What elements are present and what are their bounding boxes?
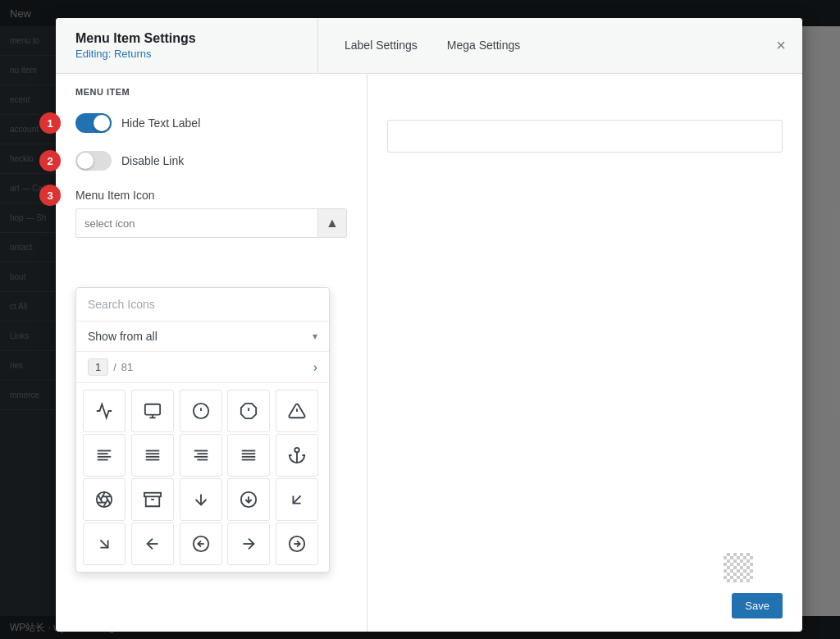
modal-tabs: Label Settings Mega Settings (318, 18, 760, 73)
icon-cell-archive[interactable] (131, 478, 174, 521)
icon-cell-activity[interactable] (83, 390, 126, 432)
hide-text-label-row: 1 Hide Text Label (75, 113, 347, 133)
icon-page-total: 81 (121, 361, 133, 373)
icon-field-label-row: 3 Menu Item Icon (75, 189, 347, 202)
icon-cell-anchor[interactable] (276, 434, 318, 477)
chevron-down-icon: ▾ (313, 331, 317, 342)
badge-1: 1 (39, 112, 61, 134)
icon-cell-arrow-down-right[interactable] (83, 523, 126, 565)
icon-search-area (76, 288, 329, 322)
icon-cell-arrow-down[interactable] (180, 478, 222, 521)
icon-cell-aperture[interactable] (83, 478, 126, 521)
icon-grid (76, 383, 329, 572)
disable-link-label: Disable Link (121, 154, 184, 167)
badge-3: 3 (39, 185, 61, 206)
icon-cell-arrow-down-circle[interactable] (227, 478, 270, 521)
icon-cell-arrow-down-left[interactable] (276, 478, 318, 521)
icon-pagination: 1 / 81 › (76, 352, 329, 383)
svg-point-27 (294, 448, 299, 453)
tab-label-settings[interactable]: Label Settings (331, 24, 431, 68)
modal-title-area: Menu Item Settings Editing: Returns (56, 18, 318, 73)
disable-link-toggle[interactable] (75, 151, 112, 171)
modal-body: MENU ITEM 1 Hide Text Label 2 Disable Li… (56, 74, 802, 632)
modal-left-panel: MENU ITEM 1 Hide Text Label 2 Disable Li… (56, 74, 368, 632)
icon-cell-arrow-right-circle[interactable] (276, 523, 318, 565)
icon-filter-dropdown[interactable]: Show from all ▾ (76, 322, 329, 352)
icon-select-input[interactable] (75, 208, 317, 238)
icon-cell-align-justify[interactable] (227, 434, 270, 477)
icon-page-current: 1 (88, 358, 108, 376)
save-button[interactable]: Save (732, 593, 783, 618)
icon-cell-arrow-right[interactable] (227, 523, 270, 565)
modal-header: Menu Item Settings Editing: Returns Labe… (56, 18, 802, 74)
icon-cell-align-left[interactable] (83, 434, 126, 477)
icon-filter-label: Show from all (88, 330, 158, 343)
section-title: MENU ITEM (75, 87, 347, 97)
badge-2: 2 (39, 150, 61, 171)
disable-link-row: 2 Disable Link (75, 151, 347, 171)
svg-rect-36 (144, 493, 161, 497)
svg-rect-0 (145, 404, 160, 415)
icon-cell-align-right[interactable] (180, 434, 222, 477)
svg-line-42 (100, 540, 107, 547)
modal-close-button[interactable]: × (760, 18, 802, 73)
icon-cell-alert-octagon[interactable] (227, 390, 270, 432)
svg-line-41 (294, 495, 301, 503)
icon-field-label-text: Menu Item Icon (75, 189, 155, 202)
icon-cell-alert-circle[interactable] (180, 390, 222, 432)
modal-title: Menu Item Settings (75, 31, 298, 46)
icon-cell-monitor[interactable] (131, 390, 174, 432)
hide-text-label-label: Hide Text Label (121, 116, 200, 130)
modal-subtitle: Editing: Returns (75, 48, 298, 60)
icon-dropdown-toggle[interactable]: ▲ (317, 208, 347, 238)
modal-dialog: Menu Item Settings Editing: Returns Labe… (56, 18, 802, 632)
icon-page-separator: / (113, 361, 116, 373)
icon-page-next-button[interactable]: › (313, 360, 317, 375)
icon-cell-alert-triangle[interactable] (276, 390, 318, 432)
icon-cell-align-center[interactable] (131, 434, 174, 477)
icon-search-input[interactable] (88, 298, 317, 311)
tab-mega-settings[interactable]: Mega Settings (434, 24, 534, 68)
icon-cell-arrow-left[interactable] (131, 523, 174, 565)
url-input[interactable] (387, 120, 783, 153)
icon-cell-arrow-left-circle[interactable] (180, 523, 222, 565)
modal-footer: Save (732, 593, 783, 618)
toggle-knob (77, 153, 94, 169)
transparency-indicator (724, 553, 753, 582)
toggle-knob (94, 115, 110, 131)
hide-text-label-toggle[interactable] (75, 113, 112, 133)
icon-dropdown: Show from all ▾ 1 / 81 › (75, 287, 330, 573)
icon-select-row: ▲ (75, 208, 347, 238)
modal-right-panel (368, 74, 802, 632)
